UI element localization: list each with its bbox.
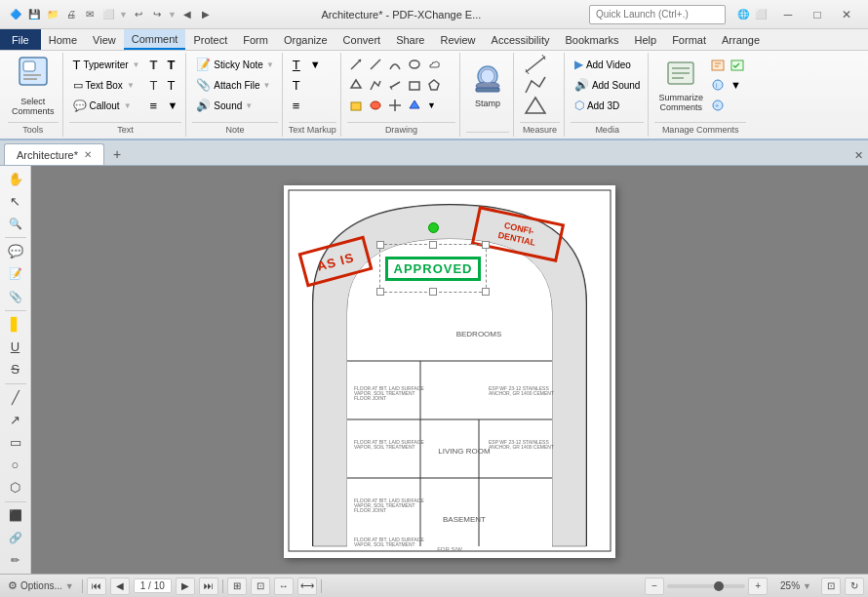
underline-tool[interactable]: U [3, 337, 28, 358]
menu-item-file[interactable]: File [0, 29, 41, 50]
zoom-in-button[interactable]: + [748, 577, 768, 595]
highlight-tool[interactable]: ▋ [3, 314, 28, 336]
dropdown-shapes-button[interactable]: ▼ [425, 96, 438, 115]
text-style1-button[interactable]: T [146, 55, 162, 74]
select-tool[interactable]: ↖ [3, 190, 28, 212]
view-icon[interactable]: ⬜ [753, 7, 769, 22]
back-icon[interactable]: ◀ [179, 7, 195, 22]
measure2-button[interactable] [520, 75, 551, 95]
menu-item-review[interactable]: Review [432, 29, 483, 50]
filled-rect-button[interactable] [347, 96, 365, 115]
menu-item-organize[interactable]: Organize [276, 29, 335, 50]
zoom-slider[interactable] [667, 584, 745, 588]
measure3-button[interactable] [520, 96, 551, 115]
filled-polygon-button[interactable] [406, 96, 423, 115]
strikeout-tool[interactable]: S [3, 359, 28, 380]
filled-ellipse-button[interactable] [367, 96, 384, 115]
menu-item-accessibility[interactable]: Accessibility [484, 29, 558, 50]
summarize-comments-button[interactable]: SummarizeComments [654, 55, 707, 117]
cloud-tool-button[interactable] [425, 55, 443, 74]
attach-file-button[interactable]: 📎 Attach File ▼ [192, 75, 278, 95]
manage1-button[interactable] [709, 55, 727, 74]
callout-button[interactable]: 💬 Callout ▼ [69, 96, 144, 115]
zoom-thumb[interactable] [714, 581, 724, 591]
menu-item-form[interactable]: Form [235, 29, 276, 50]
manage4-button[interactable] [729, 55, 746, 74]
add-sound-button[interactable]: 🔊 Add Sound [571, 75, 645, 95]
menu-item-comment[interactable]: Comment [124, 29, 186, 50]
menu-item-share[interactable]: Share [388, 29, 432, 50]
menu-item-protect[interactable]: Protect [185, 29, 235, 50]
crosshair-button[interactable] [386, 96, 404, 115]
page-number[interactable]: 1 / 10 [134, 578, 172, 593]
arrow-tool-button[interactable] [347, 55, 365, 74]
arrow-tool[interactable]: ↗ [3, 410, 28, 431]
menu-item-convert[interactable]: Convert [335, 29, 389, 50]
handle-bm[interactable] [429, 288, 437, 296]
add-3d-button[interactable]: ⬡ Add 3D [571, 96, 645, 115]
stamp-button[interactable]: Stamp [466, 55, 509, 117]
redo-icon[interactable]: ↪ [149, 7, 165, 22]
rotate-button[interactable]: ↻ [845, 577, 864, 595]
measure1-button[interactable] [520, 55, 551, 74]
view-mode1-button[interactable]: ⊞ [227, 577, 247, 595]
sticky-note-button[interactable]: 📝 Sticky Note ▼ [192, 55, 278, 74]
typewriter-button[interactable]: T Typewriter ▼ [69, 55, 144, 74]
polygon-tool[interactable]: ⬡ [3, 477, 28, 498]
next-page-button[interactable]: ▶ [176, 577, 195, 595]
first-page-button[interactable]: ⏮ [87, 577, 106, 595]
hand-tool[interactable]: ✋ [3, 168, 28, 189]
line-tool[interactable]: ╱ [3, 387, 28, 409]
green-control-dot[interactable] [428, 222, 439, 233]
prev-page-button[interactable]: ◀ [110, 577, 130, 595]
text-style3-button[interactable]: ≡ [146, 96, 162, 115]
markup3-button[interactable]: ≡ [289, 96, 304, 115]
arc-tool-button[interactable] [386, 55, 404, 74]
fit-page-button[interactable]: ⊡ [821, 577, 841, 595]
tab-architecture[interactable]: Architecture* ✕ [4, 143, 104, 165]
menu-item-bookmarks[interactable]: Bookmarks [557, 29, 626, 50]
manage5-button[interactable]: ▼ [729, 75, 746, 95]
tab-close-icon[interactable]: ✕ [84, 149, 92, 160]
markup2-button[interactable]: T [289, 75, 304, 95]
rect-tool[interactable]: ▭ [3, 432, 28, 454]
pentagon-tool-button[interactable] [425, 75, 443, 95]
view-mode2-button[interactable]: ⊡ [251, 577, 270, 595]
manage3-button[interactable]: + [709, 96, 727, 115]
maximize-button[interactable]: □ [804, 5, 831, 24]
ruler-tool-button[interactable] [386, 75, 404, 95]
text-style5-button[interactable]: T [163, 75, 181, 95]
markup1-button[interactable]: T [289, 55, 304, 74]
line-tool-button[interactable] [367, 55, 384, 74]
last-page-button[interactable]: ⏭ [199, 577, 218, 595]
edit-tool[interactable]: ✏ [3, 550, 28, 572]
handle-tm[interactable] [429, 241, 437, 249]
text-style6-button[interactable]: ▼ [163, 96, 181, 115]
add-video-button[interactable]: ▶ Add Video [571, 55, 645, 74]
handle-tl[interactable] [376, 241, 384, 249]
view-mode4-button[interactable]: ⟷ [297, 577, 317, 595]
doc-close-button[interactable]: ✕ [848, 145, 868, 165]
link-tool[interactable]: 🔗 [3, 528, 28, 549]
sound-button[interactable]: 🔊 Sound ▼ [192, 96, 278, 115]
print-icon[interactable]: 🖨 [63, 7, 79, 22]
save-icon[interactable]: 💾 [26, 7, 42, 22]
handle-bl[interactable] [376, 288, 384, 296]
handle-tr[interactable] [482, 241, 490, 249]
menu-item-help[interactable]: Help [627, 29, 665, 50]
view-mode3-button[interactable]: ↔ [274, 577, 294, 595]
tab-add-button[interactable]: + [106, 143, 128, 165]
open-icon[interactable]: 📁 [45, 7, 60, 22]
menu-item-format[interactable]: Format [664, 29, 714, 50]
ellipse-tool[interactable]: ○ [3, 455, 28, 476]
forward-icon[interactable]: ▶ [198, 7, 214, 22]
menu-item-arrange[interactable]: Arrange [714, 29, 768, 50]
manage2-button[interactable]: i [709, 75, 727, 95]
undo-icon[interactable]: ↩ [131, 7, 146, 22]
polygon-tool-button[interactable] [347, 75, 365, 95]
menu-item-view[interactable]: View [85, 29, 124, 50]
email-icon[interactable]: ✉ [82, 7, 98, 22]
text-style2-button[interactable]: T [146, 75, 162, 95]
quick-launch-input[interactable] [589, 5, 726, 24]
zoom-out-button[interactable]: − [645, 577, 664, 595]
